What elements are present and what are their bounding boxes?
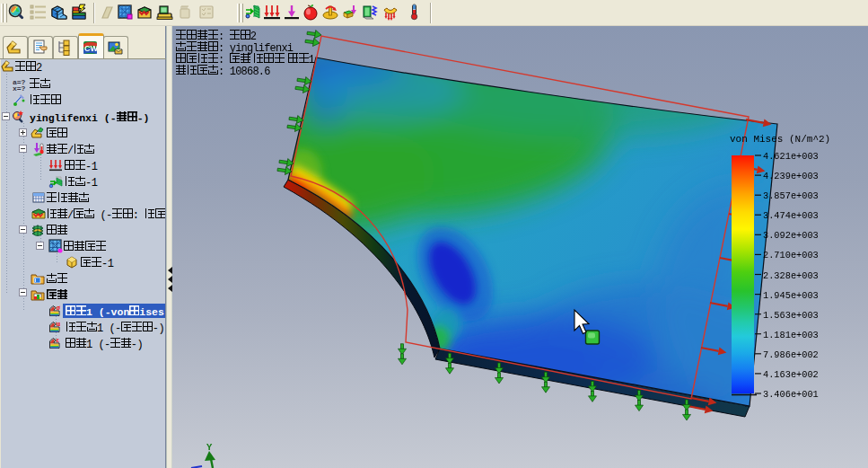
svg-text:x=?: x=? xyxy=(13,84,26,92)
svg-text:4.621e+003: 4.621e+003 xyxy=(763,151,819,162)
svg-text:4.163e+002: 4.163e+002 xyxy=(763,369,819,380)
svg-text:Y: Y xyxy=(206,442,213,453)
svg-text:von Mises (N/m^2): von Mises (N/m^2) xyxy=(730,134,830,145)
svg-text:2.328e+003: 2.328e+003 xyxy=(763,270,819,281)
svg-text:1.563e+003: 1.563e+003 xyxy=(763,310,819,321)
svg-text:σ: σ xyxy=(57,304,61,312)
svg-text:ε: ε xyxy=(57,336,60,344)
svg-text:CW: CW xyxy=(84,44,98,53)
svg-text:1.945e+003: 1.945e+003 xyxy=(763,290,819,301)
svg-text:3.092e+003: 3.092e+003 xyxy=(763,230,819,241)
svg-text:3.406e+001: 3.406e+001 xyxy=(763,389,819,400)
svg-text:3.474e+003: 3.474e+003 xyxy=(763,210,819,221)
svg-text:1.181e+003: 1.181e+003 xyxy=(763,330,819,340)
svg-text:u: u xyxy=(57,320,61,328)
svg-text:3.857e+003: 3.857e+003 xyxy=(763,190,819,201)
svg-text:2.710e+003: 2.710e+003 xyxy=(763,250,819,260)
svg-text:7.986e+002: 7.986e+002 xyxy=(763,349,819,360)
svg-text:4.239e+003: 4.239e+003 xyxy=(763,171,819,181)
